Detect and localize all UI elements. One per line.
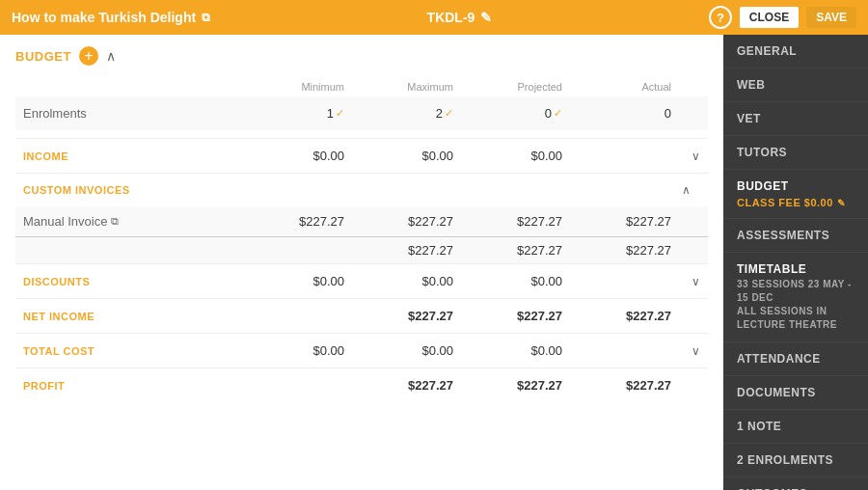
invoice-total-action (671, 243, 700, 258)
external-link-invoice-icon[interactable]: ⧉ (111, 215, 119, 228)
manual-invoice-min: $227.27 (235, 214, 344, 229)
income-row: INCOME $0.00 $0.00 $0.00 ∨ (15, 138, 708, 173)
manual-invoice-row: Manual Invoice ⧉ $227.27 $227.27 $227.27… (15, 206, 708, 236)
net-income-proj: $227.27 (453, 309, 562, 323)
sidebar-item-timetable[interactable]: TIMETABLE 33 sessions 23 May - 15 DecAll… (723, 253, 868, 342)
enrolments-projected: 0 ✓ (453, 106, 562, 121)
course-title: How to make Turkish Delight (12, 10, 196, 25)
sidebar-item-assessments[interactable]: ASSESSMENTS (723, 219, 868, 253)
total-cost-maximum: $0.00 (344, 343, 453, 358)
enrolments-row: Enrolments 1 ✓ 2 ✓ 0 ✓ 0 (15, 96, 708, 130)
enrolments-proj-tick: ✓ (554, 107, 562, 120)
content-area: BUDGET + ∧ Minimum Maximum Projected Act… (0, 35, 723, 490)
col-header-label (23, 81, 235, 93)
profit-actual: $227.27 (562, 378, 671, 393)
income-projected: $0.00 (453, 149, 562, 163)
col-header-actual: Actual (562, 81, 671, 93)
sidebar-item-attendance[interactable]: ATTENDANCE (723, 342, 868, 376)
custom-invoices-label: CUSTOM INVOICES (23, 184, 235, 196)
total-cost-toggle-button[interactable]: ∨ (671, 344, 700, 358)
collapse-button[interactable]: ∧ (106, 48, 116, 64)
net-income-actual: $227.27 (562, 309, 671, 323)
add-budget-button[interactable]: + (79, 46, 98, 66)
enrolments-minimum: 1 ✓ (235, 106, 344, 121)
invoice-total-spacer (23, 243, 235, 258)
main-layout: BUDGET + ∧ Minimum Maximum Projected Act… (0, 35, 868, 490)
custom-invoices-toggle-button[interactable]: ∧ (671, 183, 700, 197)
discounts-toggle-button[interactable]: ∨ (671, 275, 700, 288)
discounts-minimum: $0.00 (235, 274, 344, 288)
sidebar-item-web[interactable]: WEB (723, 68, 868, 102)
col-header-minimum: Minimum (235, 81, 344, 93)
income-maximum: $0.00 (344, 149, 453, 163)
discounts-row: DISCOUNTS $0.00 $0.00 $0.00 ∨ (15, 263, 708, 298)
income-label: INCOME (23, 150, 235, 162)
profit-proj: $227.27 (453, 378, 562, 393)
sidebar-item-1note[interactable]: 1 NOTE (723, 410, 868, 444)
total-cost-projected: $0.00 (453, 343, 562, 358)
invoice-total-max: $227.27 (344, 243, 453, 258)
income-minimum: $0.00 (235, 149, 344, 163)
invoice-total-row: $227.27 $227.27 $227.27 (15, 236, 708, 263)
manual-invoice-label: Manual Invoice ⧉ (23, 214, 235, 229)
net-income-label: NET INCOME (23, 311, 235, 322)
budget-label: BUDGET (15, 49, 71, 64)
enrolments-proj-value: 0 (545, 106, 552, 121)
total-cost-row: TOTAL COST $0.00 $0.00 $0.00 ∨ (15, 333, 708, 368)
profit-label: PROFIT (23, 380, 235, 392)
sidebar-item-documents[interactable]: DOCUMENTS (723, 376, 868, 410)
enrolments-max-tick: ✓ (445, 107, 453, 120)
total-cost-minimum: $0.00 (235, 343, 344, 358)
invoice-total-actual: $227.27 (562, 243, 671, 258)
header-center: TKDL-9 ✎ (210, 10, 709, 25)
sidebar-item-2enrolments[interactable]: 2 ENROLMENTS (723, 444, 868, 477)
close-button[interactable]: CLOSE (740, 7, 799, 28)
discounts-maximum: $0.00 (344, 274, 453, 288)
header-actions: ? CLOSE SAVE (709, 6, 856, 29)
col-header-projected: Projected (453, 81, 562, 93)
col-header-maximum: Maximum (344, 81, 453, 93)
profit-row: PROFIT $227.27 $227.27 $227.27 (15, 368, 708, 402)
budget-class-fee: Class fee $0.00 ✎ (737, 197, 854, 208)
header: How to make Turkish Delight ⧉ TKDL-9 ✎ ?… (0, 0, 868, 35)
course-code: TKDL-9 (427, 10, 475, 25)
invoice-total-min (235, 243, 344, 258)
sidebar-item-vet[interactable]: VET (723, 102, 868, 136)
enrolments-maximum: 2 ✓ (344, 106, 453, 121)
enrolments-min-value: 1 (327, 106, 334, 121)
edit-class-fee-icon[interactable]: ✎ (837, 198, 846, 208)
save-button[interactable]: SAVE (806, 7, 856, 28)
net-income-row: NET INCOME $227.27 $227.27 $227.27 (15, 298, 708, 333)
discounts-projected: $0.00 (453, 274, 562, 288)
column-headers: Minimum Maximum Projected Actual (15, 77, 708, 96)
manual-invoice-proj: $227.27 (453, 214, 562, 229)
external-link-icon[interactable]: ⧉ (202, 11, 210, 24)
enrolments-label: Enrolments (23, 106, 235, 121)
sidebar-item-budget[interactable]: BUDGET Class fee $0.00 ✎ (723, 170, 868, 219)
enrolments-max-value: 2 (436, 106, 443, 121)
enrolments-min-tick: ✓ (336, 107, 344, 120)
sidebar-item-tutors[interactable]: TUTORS (723, 136, 868, 170)
profit-max: $227.27 (344, 378, 453, 393)
manual-invoice-actual: $227.27 (562, 214, 671, 229)
income-toggle-button[interactable]: ∨ (671, 150, 700, 163)
sidebar-item-general[interactable]: GENERAL (723, 35, 868, 68)
invoice-total-proj: $227.27 (453, 243, 562, 258)
custom-invoices-header: CUSTOM INVOICES ∧ (15, 173, 708, 206)
timetable-detail: 33 sessions 23 May - 15 DecAll sessions … (737, 278, 854, 332)
edit-code-icon[interactable]: ✎ (480, 10, 492, 25)
manual-invoice-max: $227.27 (344, 214, 453, 229)
header-title-block: How to make Turkish Delight ⧉ (12, 10, 210, 25)
discounts-label: DISCOUNTS (23, 276, 235, 287)
sidebar: GENERAL WEB VET TUTORS BUDGET Class fee … (723, 35, 868, 490)
col-header-action (671, 81, 700, 93)
total-cost-label: TOTAL COST (23, 345, 235, 357)
sidebar-item-outcomes[interactable]: OUTCOMES (723, 477, 868, 490)
help-button[interactable]: ? (709, 6, 732, 29)
net-income-max: $227.27 (344, 309, 453, 323)
enrolments-actual: 0 (562, 106, 671, 121)
budget-header: BUDGET + ∧ (15, 46, 708, 66)
class-fee-text: Class fee $0.00 (737, 197, 833, 208)
